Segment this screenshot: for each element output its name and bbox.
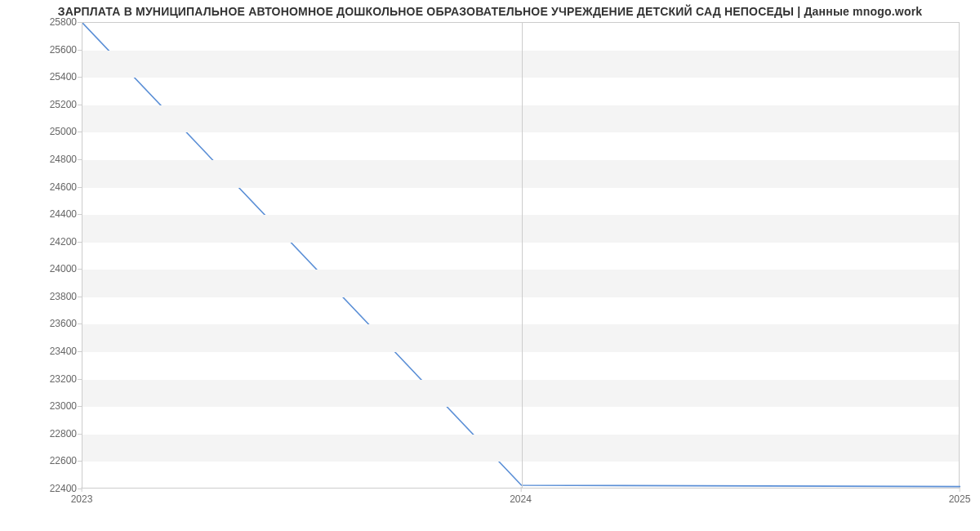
grid-band: [82, 215, 959, 243]
y-tick-label: 24600: [3, 181, 77, 193]
plot-area: [82, 22, 960, 489]
chart-title: ЗАРПЛАТА В МУНИЦИПАЛЬНОЕ АВТОНОМНОЕ ДОШК…: [0, 5, 980, 18]
y-tick-label: 22800: [3, 428, 77, 440]
y-tick-label: 23200: [3, 373, 77, 385]
y-tick-label: 25800: [3, 16, 77, 28]
y-tick-label: 23600: [3, 318, 77, 329]
grid-band: [82, 324, 959, 352]
y-tick-label: 24800: [3, 154, 77, 165]
x-tick-label: 2023: [71, 493, 93, 505]
y-tick-label: 23400: [3, 346, 77, 357]
y-tick-label: 22400: [3, 483, 77, 494]
y-tick-label: 25000: [3, 126, 77, 137]
y-tick-label: 25200: [3, 99, 77, 110]
grid-band: [82, 160, 959, 188]
grid-band: [82, 51, 959, 78]
grid-band: [82, 380, 959, 408]
y-tick-label: 24200: [3, 236, 77, 248]
salary-chart: ЗАРПЛАТА В МУНИЦИПАЛЬНОЕ АВТОНОМНОЕ ДОШК…: [0, 0, 980, 531]
y-tick-label: 23800: [3, 291, 77, 302]
x-gridline: [522, 23, 523, 488]
grid-band: [82, 105, 959, 133]
y-tick-label: 24000: [3, 263, 77, 274]
y-tick-label: 25600: [3, 44, 77, 56]
grid-band: [82, 270, 959, 297]
x-tick-label: 2024: [510, 493, 532, 505]
y-tick-label: 24400: [3, 208, 77, 220]
grid-band: [82, 435, 959, 462]
y-tick-label: 22600: [3, 455, 77, 466]
x-tick-label: 2025: [949, 493, 971, 505]
y-tick-label: 25400: [3, 71, 77, 83]
y-tick-label: 23000: [3, 400, 77, 412]
